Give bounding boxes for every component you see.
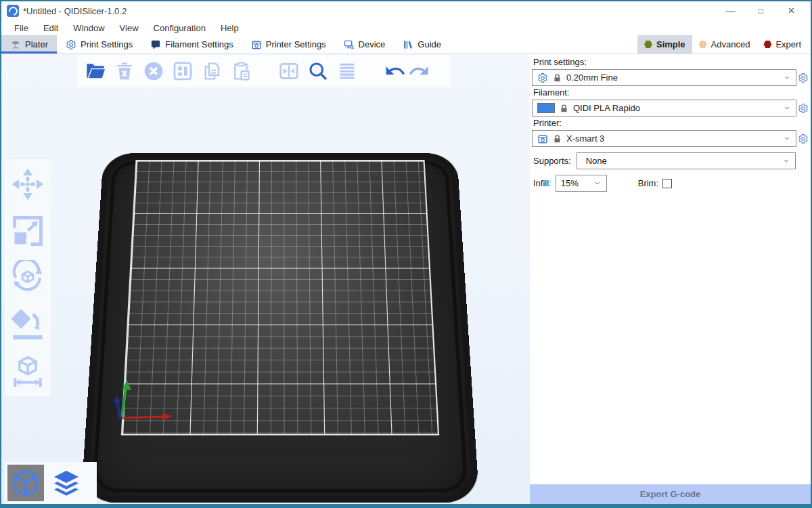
edit-print-settings-button[interactable] xyxy=(796,69,810,86)
mode-advanced-label: Advanced xyxy=(711,39,750,49)
mode-expert[interactable]: Expert xyxy=(757,35,808,54)
menu-edit[interactable]: Edit xyxy=(36,20,66,35)
variable-layer-height-button[interactable] xyxy=(334,58,360,84)
mode-expert-label: Expert xyxy=(775,39,801,49)
bed-grid-plate xyxy=(121,160,439,436)
open-file-button[interactable] xyxy=(83,58,108,84)
window-bottom-border xyxy=(1,504,811,508)
tab-device[interactable]: Device xyxy=(335,35,394,54)
tab-print-settings-label: Print Settings xyxy=(81,39,133,49)
edit-filament-button[interactable] xyxy=(796,100,810,117)
copy-button[interactable] xyxy=(199,58,225,84)
object-toolbar xyxy=(77,56,451,87)
mode-simple-label: Simple xyxy=(656,39,685,49)
mode-advanced[interactable]: Advanced xyxy=(692,35,757,54)
app-logo-icon xyxy=(7,5,19,17)
menu-view[interactable]: View xyxy=(112,20,146,35)
view-switcher xyxy=(5,462,97,504)
menu-bar: File Edit Window View Configuration Help xyxy=(1,20,811,35)
maximize-button[interactable]: □ xyxy=(746,1,776,20)
search-button[interactable] xyxy=(305,58,331,84)
menu-window[interactable]: Window xyxy=(66,20,112,35)
arrange-button[interactable] xyxy=(170,58,196,84)
infill-label: Infill: xyxy=(533,178,551,188)
lock-icon xyxy=(553,134,562,144)
redo-button[interactable] xyxy=(406,58,432,84)
tab-filament-settings[interactable]: Filament Settings xyxy=(141,35,242,54)
tab-device-label: Device xyxy=(359,39,386,49)
delete-all-button[interactable] xyxy=(141,58,166,84)
manipulation-toolbar xyxy=(5,159,51,396)
print-settings-select[interactable]: 0.20mm Fine xyxy=(532,69,796,86)
filament-select[interactable]: QIDI PLA Rapido xyxy=(532,100,796,117)
export-gcode-button[interactable]: Export G-code xyxy=(530,484,811,504)
tab-plater-label: Plater xyxy=(25,39,48,49)
supports-value: None xyxy=(582,156,778,166)
supports-label: Supports: xyxy=(533,156,571,166)
chevron-down-icon xyxy=(784,136,790,141)
close-button[interactable]: × xyxy=(776,1,807,20)
menu-help[interactable]: Help xyxy=(213,20,246,35)
title-bar: *Untitled - QIDISlicer-1.0.2 — □ × xyxy=(1,1,811,20)
brim-checkbox[interactable] xyxy=(662,179,672,188)
tab-guide[interactable]: Guide xyxy=(394,35,450,54)
lock-icon xyxy=(553,73,562,83)
window-controls: — □ × xyxy=(715,1,811,20)
window-title: *Untitled - QIDISlicer-1.0.2 xyxy=(23,6,127,16)
scale-tool-button[interactable] xyxy=(9,212,47,250)
tab-printer-settings-label: Printer Settings xyxy=(266,39,326,49)
main-area: Print settings: 0.20mm Fine Filament: QI… xyxy=(1,54,811,504)
settings-sidebar: Print settings: 0.20mm Fine Filament: QI… xyxy=(530,54,811,504)
place-on-face-tool-button[interactable] xyxy=(9,305,47,343)
undo-button[interactable] xyxy=(382,58,408,84)
filament-color-swatch xyxy=(537,103,555,113)
printer-value: X-smart 3 xyxy=(566,133,779,144)
chevron-down-icon xyxy=(594,181,601,186)
tab-bar: Plater Print Settings Filament Settings … xyxy=(1,35,811,54)
layers-icon xyxy=(51,467,82,499)
lock-icon xyxy=(560,104,568,113)
menu-file[interactable]: File xyxy=(7,20,36,35)
3d-viewport[interactable] xyxy=(1,54,530,504)
print-settings-value: 0.20mm Fine xyxy=(566,72,779,83)
paste-button[interactable] xyxy=(228,58,254,84)
edit-printer-button[interactable] xyxy=(796,130,810,147)
preview-layers-view-button[interactable] xyxy=(48,465,85,501)
print-bed xyxy=(78,153,477,504)
tab-print-settings[interactable]: Print Settings xyxy=(57,35,141,54)
print-settings-label: Print settings: xyxy=(533,57,811,67)
tab-guide-label: Guide xyxy=(418,39,441,49)
mode-simple[interactable]: Simple xyxy=(637,35,692,54)
chevron-down-icon xyxy=(784,106,790,110)
move-tool-button[interactable] xyxy=(9,165,47,203)
supports-select[interactable]: None xyxy=(577,152,796,169)
sidebar-spacer xyxy=(532,192,811,484)
3d-editor-view-button[interactable] xyxy=(7,465,44,501)
expert-mode-dot-icon xyxy=(763,41,771,49)
printer-label: Printer: xyxy=(533,118,811,128)
minimize-button[interactable]: — xyxy=(715,1,746,20)
chevron-down-icon xyxy=(784,75,790,80)
app-window: *Untitled - QIDISlicer-1.0.2 — □ × File … xyxy=(0,0,812,508)
infill-select[interactable]: 15% xyxy=(556,175,607,192)
printer-icon xyxy=(537,133,548,144)
printer-select[interactable]: X-smart 3 xyxy=(532,130,796,147)
tab-filament-settings-label: Filament Settings xyxy=(165,39,233,49)
delete-button[interactable] xyxy=(112,58,137,84)
infill-value: 15% xyxy=(561,178,589,188)
tab-printer-settings[interactable]: Printer Settings xyxy=(242,35,335,54)
split-objects-button[interactable] xyxy=(276,58,302,84)
rotate-tool-button[interactable] xyxy=(9,259,47,297)
mode-switcher: Simple Advanced Expert xyxy=(637,35,811,54)
cube-icon xyxy=(10,467,41,499)
tab-plater[interactable]: Plater xyxy=(1,35,57,54)
filament-label: Filament: xyxy=(533,87,811,98)
advanced-mode-dot-icon xyxy=(699,41,707,49)
chevron-down-icon xyxy=(783,158,790,163)
bed-tray xyxy=(81,153,479,503)
gear-icon xyxy=(537,72,548,83)
filament-value: QIDI PLA Rapido xyxy=(573,103,779,113)
measure-tool-button[interactable] xyxy=(9,352,47,390)
simple-mode-dot-icon xyxy=(644,41,652,49)
menu-configuration[interactable]: Configuration xyxy=(146,20,213,35)
